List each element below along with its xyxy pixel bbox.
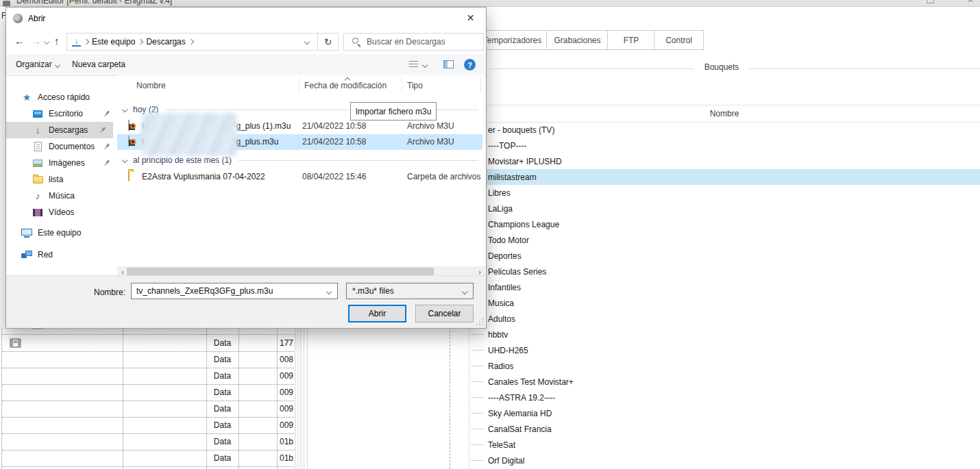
file-date: 21/04/2022 10:58 [302, 134, 366, 150]
column-header-date[interactable]: Fecha de modificación [304, 81, 387, 90]
service-row[interactable]: Data009 [2, 417, 295, 434]
bouquet-row[interactable]: ----ASTRA 19.2---- [469, 390, 980, 405]
bouquet-row[interactable]: Canales Test Movistar+ [469, 374, 980, 390]
dialog-close-button[interactable]: ✕ [455, 8, 486, 28]
bouquet-row[interactable]: LaLiga [469, 201, 980, 216]
address-dropdown-chevron-icon[interactable] [304, 39, 310, 45]
filename-dropdown-chevron-icon[interactable] [326, 289, 332, 294]
sidebar-item-escritorio[interactable]: Escritorio [6, 105, 117, 122]
bouquet-row[interactable]: Todo Motor [469, 232, 980, 248]
up-button[interactable]: ↑ [54, 35, 60, 47]
dialog-footer: Nombre: tv_channels_ZxeERq3GFg_plus.m3u … [6, 275, 486, 328]
open-button[interactable]: Abrir [348, 305, 406, 322]
back-button[interactable]: ← [14, 35, 25, 47]
bouquet-label: Todo Motor [488, 236, 529, 245]
view-list-icon[interactable] [409, 61, 418, 68]
service-value-cell: 01b [280, 433, 295, 450]
tab-ftp[interactable]: FTP [607, 30, 655, 50]
bouquet-row[interactable]: Libres [469, 185, 980, 201]
pane-separator[interactable] [450, 327, 450, 469]
tree-connector-icon [471, 350, 483, 351]
bouquet-row[interactable]: Adultos [469, 311, 980, 327]
bouquet-row[interactable]: er - bouquets (TV) [469, 122, 980, 138]
bouquet-row[interactable]: Radios [469, 358, 980, 374]
address-bar[interactable]: ↓ Este equipo Descargas [66, 33, 318, 51]
sidebar-item-este-equipo[interactable]: Este equipo [6, 225, 117, 241]
bouquet-label: Musica [488, 299, 514, 308]
sidebar-item-lista[interactable]: lista [6, 171, 117, 188]
file-row[interactable]: E2Astra Vuplusmania 07-04-202208/04/2022… [117, 169, 482, 186]
bouquet-row[interactable]: Champions League [469, 216, 980, 232]
downloads-icon: ↓ [36, 125, 40, 135]
bouquet-row[interactable]: UHD-H265 [469, 342, 980, 358]
bouquet-row[interactable]: Musica [469, 295, 980, 311]
filename-input[interactable]: tv_channels_ZxeERq3GFg_plus.m3u [131, 283, 338, 299]
services-scrollbar[interactable] [295, 327, 302, 469]
bouquet-row[interactable]: TeleSat [469, 437, 980, 453]
bouquet-row[interactable]: Movistar+ IPLUSHD [469, 153, 980, 169]
filetype-select[interactable]: *.m3u* files [346, 283, 474, 299]
column-header-name[interactable]: Nombre [136, 81, 166, 90]
service-row[interactable]: Data009 [2, 401, 295, 418]
refresh-button[interactable]: ↻ [318, 33, 339, 51]
bouquet-row[interactable]: Deportes [469, 248, 980, 264]
search-box[interactable]: Buscar en Descargas [343, 33, 484, 51]
new-folder-button[interactable]: Nueva carpeta [72, 54, 125, 75]
column-header-type[interactable]: Tipo [407, 81, 423, 90]
close-icon[interactable]: ✕ [967, 0, 977, 4]
view-chevron-icon[interactable] [422, 62, 428, 68]
service-row[interactable]: Data009 [2, 384, 295, 401]
maximize-icon[interactable] [927, 0, 934, 3]
forward-button[interactable]: → [31, 35, 41, 47]
tab-grabaciones[interactable]: Grabaciones [546, 30, 609, 50]
sidebar-item-imagenes[interactable]: Imágenes [6, 155, 117, 171]
tree-connector-icon [471, 381, 483, 382]
service-type-cell: Data [206, 433, 238, 450]
bouquet-row[interactable]: Infantiles [469, 279, 980, 295]
service-row[interactable]: Data01b [2, 433, 295, 451]
column-divider[interactable] [480, 77, 481, 93]
bouquet-row[interactable]: ----TOP---- [469, 138, 980, 153]
column-divider[interactable] [299, 77, 299, 93]
organize-chevron-icon[interactable] [55, 62, 60, 68]
scrollbar-thumb[interactable] [127, 268, 434, 275]
sidebar-item-label: Imágenes [49, 158, 85, 168]
bouquet-row[interactable]: hbbtv [469, 327, 980, 342]
service-row[interactable]: Data177 [2, 335, 295, 352]
chevron-right-icon[interactable] [188, 39, 194, 45]
bouquet-row[interactable]: milistastream [469, 169, 980, 185]
tab-temporizadores[interactable]: Temporizadores [477, 30, 548, 50]
breadcrumb-este-equipo[interactable]: Este equipo [88, 37, 138, 47]
sidebar-item-descargas[interactable]: ↓Descargas [6, 122, 113, 138]
service-row[interactable]: Data008 [2, 351, 295, 368]
sidebar-item-musica[interactable]: ♪Música [6, 188, 117, 204]
bouquet-row[interactable]: CanalSat Francia [469, 421, 980, 437]
sidebar-item-red[interactable]: Red [6, 246, 117, 263]
group-chevron-icon[interactable] [122, 107, 127, 112]
privacy-blur-overlay [141, 113, 237, 156]
sidebar-item-documentos[interactable]: Documentos [6, 138, 117, 155]
service-type-cell: Data [206, 368, 238, 384]
filetype-dropdown-chevron-icon[interactable] [462, 289, 467, 294]
sidebar-item-acceso-rapido[interactable]: ★Acceso rápido [6, 89, 117, 105]
preview-pane-icon[interactable] [443, 60, 454, 68]
group-chevron-icon[interactable] [122, 157, 127, 163]
file-list-header: Nombre Fecha de modificación Tipo [117, 75, 485, 95]
resize-grip[interactable] [482, 324, 483, 325]
recent-locations-chevron-icon[interactable] [44, 39, 49, 45]
service-row[interactable]: Data01b [2, 450, 295, 467]
sidebar-item-videos[interactable]: Vídeos [6, 204, 117, 220]
breadcrumb-descargas[interactable]: Descargas [143, 37, 188, 47]
organize-button[interactable]: Organizar [16, 54, 52, 75]
bouquet-row[interactable]: Peliculas Series [469, 264, 980, 279]
services-table: Data177Data008Data009Data009Data009Data0… [1, 327, 296, 469]
bouquet-row[interactable]: Orf Digital [469, 453, 980, 468]
music-icon: ♪ [36, 191, 40, 201]
bouquet-row[interactable]: Sky Alemania HD [469, 405, 980, 421]
tab-control[interactable]: Control [654, 30, 704, 50]
cancel-button[interactable]: Cancelar [415, 305, 474, 322]
column-divider[interactable] [402, 77, 402, 93]
service-row[interactable]: Data009 [2, 368, 295, 385]
help-icon[interactable]: ? [464, 59, 476, 71]
bouquets-column-header[interactable]: Nombre [469, 105, 980, 123]
